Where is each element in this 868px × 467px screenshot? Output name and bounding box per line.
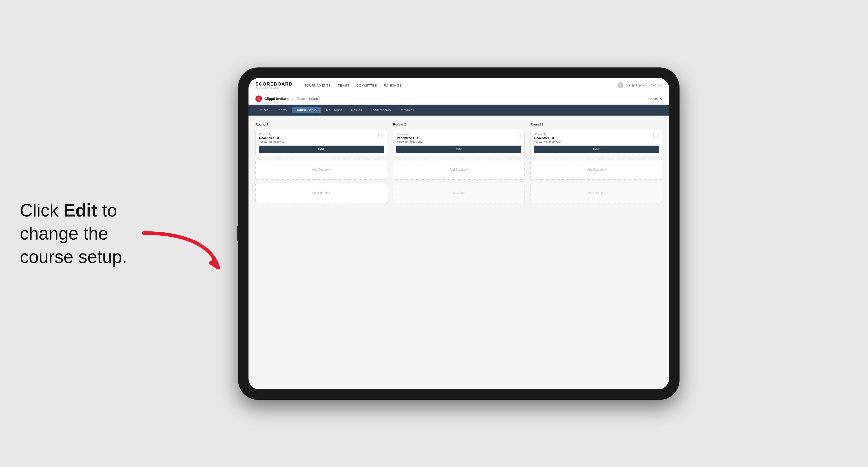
round-3-add-text-2: Add Course +	[587, 191, 606, 195]
tournament-info: C Clippd Invitational (Men) Hosting	[255, 95, 320, 102]
round-2-course-detail: Yellow (M) (6629 yds)	[397, 140, 423, 143]
tablet: SCOREBOARD Powered by clippd TOURNAMENTS…	[238, 67, 680, 400]
round-2-edit-button[interactable]: Edit	[396, 146, 522, 153]
round-2-add-course-2: Add Course +	[393, 183, 525, 203]
round-3-title: Round 3	[530, 123, 662, 126]
nav-tournaments[interactable]: TOURNAMENTS	[305, 83, 331, 88]
top-nav: SCOREBOARD Powered by clippd TOURNAMENTS…	[248, 78, 669, 93]
cancel-button[interactable]: Cancel ✕	[649, 97, 662, 101]
round-3-course-detail: Yellow (M) (6629 yds)	[534, 140, 560, 143]
round-1-course-detail: Yellow (M) (6629 yds)	[259, 140, 285, 143]
round-2-title: Round 2	[393, 123, 525, 126]
sign-out-link[interactable]: Sign out	[651, 84, 662, 87]
logo-sub: Powered by clippd	[255, 87, 292, 89]
round-3-edit-button[interactable]: Edit	[534, 146, 659, 153]
round-2-add-text-1: Add Course +	[450, 168, 468, 172]
tournament-bar: C Clippd Invitational (Men) Hosting Canc…	[248, 93, 669, 105]
instruction-bold: Edit	[63, 200, 97, 220]
arrow-container	[139, 228, 228, 283]
round-2-course-info: (Course A) Peachtree GC Yellow (M) (6629…	[397, 133, 423, 143]
round-1-add-text-1: Add Course +	[312, 168, 330, 172]
round-3-delete-icon[interactable]: □	[653, 133, 658, 138]
plus-icon-4: +	[466, 191, 468, 195]
logo-scoreboard: SCOREBOARD	[255, 82, 292, 87]
round-3-course-name: Peachtree GC	[534, 136, 560, 140]
round-3-add-text-1: Add Course +	[587, 168, 606, 172]
tab-teams[interactable]: Teams	[273, 107, 291, 113]
round-1-course-name: Peachtree GC	[259, 136, 285, 140]
round-1-column: Round 1 (Course A) Peachtree GC Yellow (…	[255, 123, 387, 206]
tab-leaderboards[interactable]: Leaderboards	[367, 107, 395, 113]
plus-icon-3: +	[466, 168, 468, 172]
round-1-delete-icon[interactable]: □	[378, 133, 383, 138]
tournament-gender: (Men)	[297, 97, 305, 100]
rounds-container: Round 1 (Course A) Peachtree GC Yellow (…	[255, 123, 662, 206]
round-1-edit-button[interactable]: Edit	[259, 146, 384, 153]
round-3-course-label: (Course A)	[534, 133, 560, 136]
round-1-course-label: (Course A)	[259, 133, 285, 136]
plus-icon-5: +	[604, 168, 606, 172]
close-icon: ✕	[659, 97, 662, 101]
round-1-course-header: (Course A) Peachtree GC Yellow (M) (6629…	[256, 130, 387, 143]
tab-course-setup[interactable]: Course Setup	[292, 107, 321, 113]
round-3-add-course-1[interactable]: Add Course +	[530, 160, 662, 180]
main-content: Round 1 (Course A) Peachtree GC Yellow (…	[248, 116, 669, 390]
round-2-add-course-1[interactable]: Add Course +	[393, 160, 525, 180]
round-3-course-info: (Course A) Peachtree GC Yellow (M) (6629…	[534, 133, 560, 143]
round-1-add-text-2: Add Course +	[312, 191, 330, 195]
hosting-badge: Hosting	[307, 97, 320, 101]
nav-links: TOURNAMENTS TEAMS COMMITTEE RANKINGS	[305, 83, 609, 88]
round-3-add-course-2: Add Course +	[530, 183, 662, 203]
round-2-course-name: Peachtree GC	[397, 136, 423, 140]
tab-results[interactable]: Results	[347, 107, 366, 113]
round-2-delete-icon[interactable]: □	[516, 133, 521, 138]
page-wrapper: Click Edit tochange thecourse setup. SCO…	[0, 0, 868, 467]
tab-details[interactable]: Details	[254, 107, 272, 113]
tournament-name: Clippd Invitational	[265, 97, 294, 101]
round-1-title: Round 1	[255, 123, 387, 126]
round-2-add-text-2: Add Course +	[450, 191, 468, 195]
plus-icon-2: +	[329, 191, 331, 195]
round-1-course-card: (Course A) Peachtree GC Yellow (M) (6629…	[255, 130, 387, 156]
round-2-course-header: (Course A) Peachtree GC Yellow (M) (6629…	[393, 130, 525, 143]
round-1-add-course-1[interactable]: Add Course +	[255, 160, 387, 180]
round-1-course-info: (Course A) Peachtree GC Yellow (M) (6629…	[259, 133, 285, 143]
user-avatar: B	[618, 82, 623, 88]
nav-committee[interactable]: COMMITTEE	[356, 83, 377, 88]
user-email: blair@clippd.io	[626, 84, 646, 87]
nav-rankings[interactable]: RANKINGS	[384, 83, 402, 88]
round-3-column: Round 3 (Course A) Peachtree GC Yellow (…	[530, 123, 662, 206]
tab-printables[interactable]: Printables	[396, 107, 418, 113]
nav-teams[interactable]: TEAMS	[338, 83, 349, 88]
clippd-logo: C	[255, 95, 262, 102]
separator: |	[648, 84, 649, 87]
tab-tee-groups[interactable]: Tee Groups	[322, 107, 346, 113]
tablet-side-button	[237, 226, 238, 241]
round-2-course-label: (Course A)	[397, 133, 423, 136]
nav-user: B blair@clippd.io | Sign out	[618, 82, 662, 88]
logo-area: SCOREBOARD Powered by clippd	[255, 82, 292, 89]
plus-icon-6: +	[604, 191, 606, 195]
tab-bar: Details Teams Course Setup Tee Groups Re…	[248, 105, 669, 116]
instruction-text: Click Edit tochange thecourse setup.	[20, 199, 127, 268]
round-2-column: Round 2 (Course A) Peachtree GC Yellow (…	[393, 123, 525, 206]
round-3-course-card: (Course A) Peachtree GC Yellow (M) (6629…	[530, 130, 662, 156]
plus-icon: +	[329, 168, 331, 172]
round-2-course-card: (Course A) Peachtree GC Yellow (M) (6629…	[393, 130, 525, 156]
round-1-add-course-2[interactable]: Add Course +	[255, 183, 387, 203]
round-3-course-header: (Course A) Peachtree GC Yellow (M) (6629…	[531, 130, 662, 143]
tablet-screen: SCOREBOARD Powered by clippd TOURNAMENTS…	[248, 78, 669, 390]
